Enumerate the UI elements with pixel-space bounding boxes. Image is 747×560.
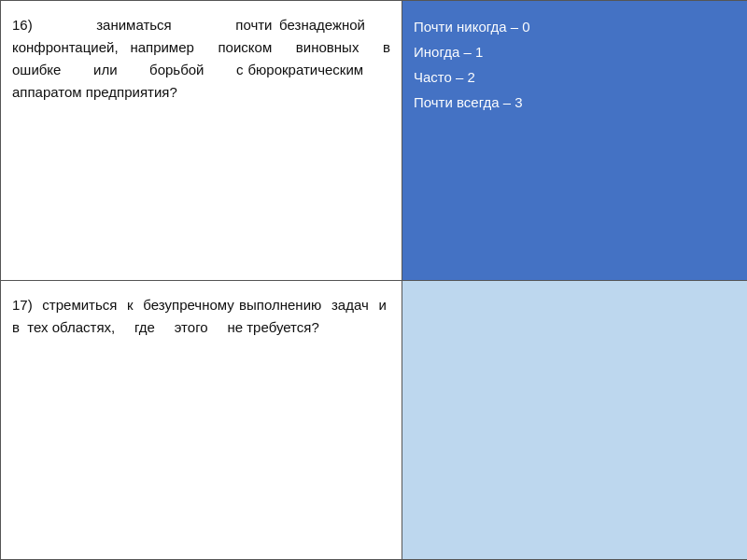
- answer-16: Почти никогда – 0 Иногда – 1 Часто – 2 П…: [402, 1, 747, 280]
- table-row: 16) заниматься почти безнадежной конфрон…: [1, 1, 747, 281]
- table-row: 17) стремиться к безупречному выполнению…: [1, 281, 747, 561]
- answer-line-2: Иногда – 1: [414, 39, 736, 64]
- question-16-text: 16) заниматься почти безнадежной конфрон…: [12, 17, 390, 100]
- question-17-text: 17) стремиться к безупречному выполнению…: [12, 297, 390, 335]
- question-17: 17) стремиться к безупречному выполнению…: [1, 281, 402, 560]
- main-table: 16) заниматься почти безнадежной конфрон…: [0, 0, 747, 560]
- question-16: 16) заниматься почти безнадежной конфрон…: [1, 1, 402, 280]
- answer-line-3: Часто – 2: [414, 64, 736, 90]
- answer-line-4: Почти всегда – 3: [414, 90, 736, 115]
- answer-17: [402, 281, 747, 560]
- answer-line-1: Почти никогда – 0: [414, 14, 736, 39]
